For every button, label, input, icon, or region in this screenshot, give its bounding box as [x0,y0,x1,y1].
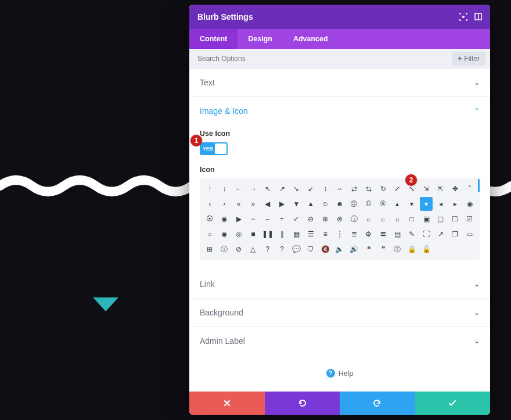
contract-icon[interactable]: ⇲ [420,182,433,196]
sliders-icon[interactable]: ⚙ [362,227,375,241]
numbered-list-icon[interactable]: ≣ [347,227,361,241]
times-circle-icon[interactable]: ⊗ [333,212,347,226]
chevron-right-icon[interactable]: › [218,197,231,211]
volume-low-icon[interactable]: 🔈 [333,242,347,256]
move-icon[interactable]: ✥ [448,182,462,196]
window-icon[interactable]: ❐ [448,227,462,241]
save-button[interactable] [415,392,491,415]
sort-asc-icon[interactable]: ▴ [391,197,404,211]
info-circle-icon[interactable]: ⓘ [218,242,231,256]
compress-icon[interactable]: ⇱ [434,182,447,196]
arrow-down-right-icon[interactable]: ↘ [290,182,303,196]
resize-v-icon[interactable]: ↕ [319,182,332,196]
volume-off-icon[interactable]: 🔇 [319,242,332,256]
plus-circle-icon[interactable]: ⊕ [319,212,332,226]
unlock-icon[interactable]: 🔓 [420,242,433,256]
search-plus-icon[interactable]: ⌕ [391,212,404,226]
question-circle-icon[interactable]: ? [261,242,274,256]
record-icon[interactable]: ⦿ [203,212,217,226]
magic-wand-icon[interactable]: ✎ [405,227,419,241]
maximize-icon[interactable]: ⛶ [420,227,433,241]
swap-h-alt-icon[interactable]: ⇆ [362,182,375,196]
radio-on-icon[interactable]: ◉ [218,227,231,241]
comment-icon[interactable]: 💬 [290,242,303,256]
tab-design[interactable]: Design [237,29,283,49]
arrow-right-icon[interactable]: → [247,182,260,196]
calendar-icon[interactable]: ▦ [290,227,303,241]
section-link[interactable]: Link ⌄ [189,270,490,299]
filter-button[interactable]: + Filter [452,52,485,66]
sliders-alt-icon[interactable]: 〓 [376,227,390,241]
caret-down-icon[interactable]: ▾ [420,197,433,211]
snap-icon[interactable] [459,13,467,21]
pause-alt-icon[interactable]: ‖ [275,227,289,241]
circle-chevron-up-icon[interactable]: ▲ [304,197,318,211]
plus-icon[interactable]: + [275,212,289,226]
arrow-up-icon[interactable]: ↑ [203,182,217,196]
stop-square-icon[interactable]: □ [405,212,419,226]
info-circle-alt-icon[interactable]: ⓘ [347,212,361,226]
list-icon[interactable]: ☰ [304,227,318,241]
chevron-up-icon[interactable]: ˄ [463,182,476,196]
play-circle-icon[interactable]: ▶ [232,212,246,226]
tab-advanced[interactable]: Advanced [283,29,339,49]
arrow-left-icon[interactable]: ← [232,182,246,196]
arrow-up-right-icon[interactable]: ↗ [275,182,289,196]
lock-icon[interactable]: 🔒 [405,242,419,256]
text-circle-icon[interactable]: Ⓣ [391,242,404,256]
icon-picker-grid[interactable]: ↑↓←→↖↗↘↙↕↔⇄⇆↻⤢⤡⇲⇱✥˄‹›«»◀▶▼▲☺☻☹©®▴▾▾◂▸◉⦿◉… [200,178,480,260]
external-icon[interactable]: ↗ [434,227,447,241]
arrow-down-icon[interactable]: ↓ [218,182,231,196]
undo-button[interactable] [265,392,340,415]
arrow-down-left-icon[interactable]: ↙ [304,182,318,196]
section-admin-label[interactable]: Admin Label ⌄ [189,327,490,355]
caret-right-icon[interactable]: ▸ [448,197,462,211]
check-icon[interactable]: ✓ [290,212,303,226]
stop-icon[interactable]: ■ [247,227,260,241]
registered-circle-icon[interactable]: ® [376,197,390,211]
minus-icon[interactable]: − [247,212,260,226]
tab-content[interactable]: Content [189,29,237,49]
quote-circle-icon[interactable]: ❞ [376,242,390,256]
expand-icon[interactable]: ⤢ [391,182,404,196]
search-icon[interactable]: ⌕ [362,212,375,226]
clipboard-icon[interactable]: ▤ [391,227,404,241]
warning-triangle-icon[interactable]: △ [247,242,260,256]
chevrons-right-icon[interactable]: » [247,197,260,211]
meh-icon[interactable]: ☻ [333,197,347,211]
quote-open-icon[interactable]: ❝ [362,242,375,256]
volume-high-icon[interactable]: 🔊 [347,242,361,256]
nav-circle-icon[interactable]: ◉ [463,197,476,211]
search-input[interactable] [197,55,452,63]
minus-thin-icon[interactable]: – [261,212,274,226]
sort-desc-icon[interactable]: ▾ [405,197,419,211]
stop-square-outline-icon[interactable]: ▢ [434,212,447,226]
copyright-circle-icon[interactable]: © [362,197,375,211]
circle-chevron-down-icon[interactable]: ▼ [290,197,303,211]
target-icon[interactable]: ◎ [232,227,246,241]
frown-icon[interactable]: ☹ [347,197,361,211]
exclamation-circle-icon[interactable]: ⊘ [232,242,246,256]
record-alt-icon[interactable]: ◉ [218,212,231,226]
swap-h-icon[interactable]: ⇄ [347,182,361,196]
help-link[interactable]: ? Help [189,355,490,392]
arrow-up-left-icon[interactable]: ↖ [261,182,274,196]
smile-icon[interactable]: ☺ [319,197,332,211]
redo-button[interactable] [340,392,415,415]
checkbox-icon[interactable]: ☐ [448,212,462,226]
question-icon[interactable]: ? [275,242,289,256]
refresh-icon[interactable]: ↻ [376,182,390,196]
chevron-left-icon[interactable]: ‹ [203,197,217,211]
bullet-list-icon[interactable]: ⋮ [333,227,347,241]
search-minus-icon[interactable]: ⌕ [376,212,390,226]
radio-off-icon[interactable]: ○ [203,227,217,241]
expand-modal-icon[interactable] [474,13,482,21]
section-image-icon[interactable]: Image & Icon ⌃ [189,97,490,125]
window-alt-icon[interactable]: ▭ [463,227,476,241]
menu-icon[interactable]: ≡ [319,227,332,241]
chevrons-left-icon[interactable]: « [232,197,246,211]
plus-square-icon[interactable]: ⊞ [203,242,217,256]
stop-square-alt-icon[interactable]: ▣ [420,212,433,226]
resize-h-icon[interactable]: ↔ [333,182,347,196]
caret-left-icon[interactable]: ◂ [434,197,447,211]
